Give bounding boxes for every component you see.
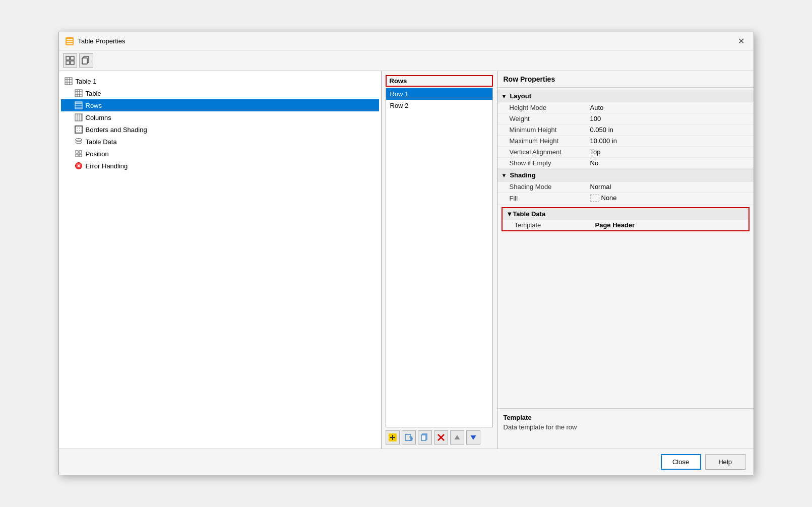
svg-rect-39 (76, 154, 78, 157)
import-icon (405, 433, 413, 441)
tree-label-table1: Table 1 (76, 78, 97, 85)
tree-item-table[interactable]: Table (61, 87, 379, 99)
data-icon (74, 137, 83, 146)
table-data-section: ▼ Table Data Template Page Header (502, 207, 749, 231)
prop-max-height-key: Maximum Height (510, 137, 590, 145)
prop-fill-key: Fill (510, 195, 590, 202)
toolbar-btn-1[interactable] (63, 53, 77, 68)
prop-weight-val[interactable]: 100 (590, 115, 747, 122)
fill-swatch-label: None (601, 194, 617, 202)
rows-down-button[interactable] (466, 430, 480, 445)
prop-height-mode-key: Height Mode (510, 104, 590, 111)
table-data-chevron: ▼ (507, 210, 513, 218)
toolbar-btn-2[interactable] (79, 53, 93, 68)
tree-item-tabledata[interactable]: Table Data (61, 136, 379, 148)
title-bar: Table Properties ✕ (59, 32, 754, 50)
row-item-1[interactable]: Row 1 (386, 88, 492, 100)
rows-import-button[interactable] (402, 430, 416, 445)
prop-vert-align-val[interactable]: Top (590, 148, 747, 156)
shading-section-label: Shading (510, 171, 535, 179)
down-arrow-icon (469, 433, 477, 441)
prop-fill-val[interactable]: None (590, 194, 747, 203)
tree-label-columns: Columns (86, 114, 111, 121)
svg-rect-3 (67, 43, 73, 44)
prop-min-height-val[interactable]: 0.050 in (590, 126, 747, 134)
template-desc-text: Data template for the row (504, 423, 747, 431)
table-data-header[interactable]: ▼ Table Data (503, 208, 748, 220)
svg-rect-7 (71, 61, 74, 65)
table-grid-icon (66, 56, 75, 65)
svg-rect-6 (66, 61, 70, 65)
tree-item-position[interactable]: Position (61, 148, 379, 160)
rows-icon (74, 101, 83, 110)
prop-height-mode: Height Mode Auto (497, 102, 754, 113)
borders-icon (74, 125, 83, 134)
svg-rect-5 (71, 56, 74, 60)
fill-swatch: None (590, 194, 617, 202)
columns-icon (74, 113, 83, 122)
tree-label-rows: Rows (86, 102, 102, 109)
title-bar-left: Table Properties (65, 37, 126, 46)
prop-fill: Fill None (497, 193, 754, 205)
table-icon (74, 89, 83, 98)
dialog-title: Table Properties (78, 37, 126, 45)
svg-rect-4 (66, 56, 70, 60)
svg-rect-9 (82, 58, 87, 64)
svg-rect-25 (75, 102, 82, 104)
properties-panel: Row Properties ▼ Layout Height Mode Auto… (497, 71, 754, 449)
svg-rect-31 (75, 126, 82, 133)
up-arrow-icon (453, 433, 461, 441)
delete-row-icon (437, 433, 445, 441)
svg-rect-16 (75, 90, 82, 97)
tree-item-rows[interactable]: Rows (61, 99, 379, 111)
tree-item-borders[interactable]: Borders and Shading (61, 123, 379, 136)
help-button[interactable]: Help (705, 454, 745, 470)
tree-item-table1[interactable]: Table 1 (61, 75, 379, 87)
properties-header: Row Properties (497, 71, 754, 88)
fill-swatch-box (590, 195, 599, 202)
rows-delete-button[interactable] (434, 430, 448, 445)
layout-section-header[interactable]: ▼ Layout (497, 90, 754, 102)
app-icon (65, 37, 74, 46)
prop-height-mode-val[interactable]: Auto (590, 104, 747, 111)
svg-rect-38 (79, 151, 82, 153)
svg-text:✕: ✕ (77, 163, 81, 169)
tree-item-columns[interactable]: Columns (61, 111, 379, 123)
template-description: Template Data template for the row (497, 408, 754, 449)
prop-show-if-empty-val[interactable]: No (590, 159, 747, 167)
prop-max-height-val[interactable]: 10.000 in (590, 137, 747, 145)
svg-rect-2 (67, 41, 73, 42)
tree-panel: Table 1 Table (59, 71, 382, 449)
rows-toolbar (386, 427, 493, 445)
tree-item-error[interactable]: ✕ Error Handling (61, 160, 379, 172)
prop-vert-align-key: Vertical Alignment (510, 148, 590, 156)
prop-min-height-key: Minimum Height (510, 126, 590, 134)
shading-section-header[interactable]: ▼ Shading (497, 169, 754, 181)
svg-rect-1 (67, 39, 73, 40)
layout-chevron: ▼ (502, 93, 507, 99)
tree-label-tabledata: Table Data (86, 138, 117, 146)
tree-label-error: Error Handling (86, 162, 128, 170)
close-button[interactable]: Close (661, 454, 701, 470)
prop-template-val[interactable]: Page Header (595, 221, 742, 229)
rows-add-button[interactable] (386, 430, 400, 445)
rows-up-button[interactable] (450, 430, 464, 445)
prop-shading-mode-val[interactable]: Normal (590, 183, 747, 191)
row-item-2[interactable]: Row 2 (386, 100, 492, 111)
table-properties-dialog: Table Properties ✕ (58, 32, 754, 475)
table-data-label: Table Data (513, 210, 545, 218)
prop-vert-align: Vertical Alignment Top (497, 147, 754, 158)
prop-shading-mode: Shading Mode Normal (497, 181, 754, 193)
table1-icon (64, 77, 73, 86)
rows-copy-button[interactable] (418, 430, 432, 445)
shading-chevron: ▼ (502, 172, 507, 178)
copy-icon (82, 56, 91, 65)
prop-shading-mode-key: Shading Mode (510, 183, 590, 191)
svg-point-36 (76, 139, 82, 141)
layout-section-label: Layout (510, 92, 531, 100)
dialog-close-button[interactable]: ✕ (735, 35, 747, 47)
tree-label-position: Position (86, 150, 109, 158)
tree-label-table: Table (86, 90, 101, 97)
properties-content: ▼ Layout Height Mode Auto Weight 100 Min… (497, 88, 754, 408)
prop-weight-key: Weight (510, 115, 590, 122)
